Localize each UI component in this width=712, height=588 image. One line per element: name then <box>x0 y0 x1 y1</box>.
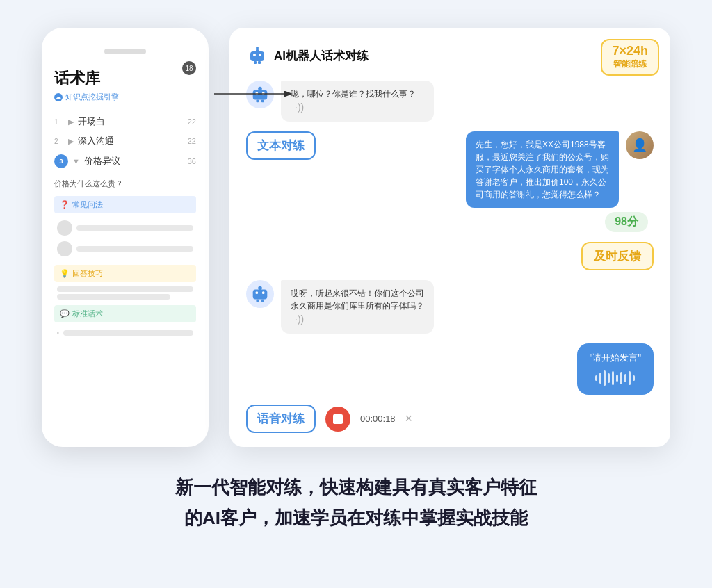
section-icon-standard: 💬 <box>60 309 70 318</box>
section-standard: 💬 标准话术 • <box>54 305 196 338</box>
phone-question: 价格为什么这么贵？ <box>54 179 196 189</box>
svg-point-6 <box>256 47 259 49</box>
robot-avatar-2 <box>246 280 274 308</box>
nav-item-3[interactable]: 3 ▼ 价格异议 36 <box>54 151 196 172</box>
badge-724-line2: 智能陪练 <box>612 58 648 70</box>
svg-rect-17 <box>262 291 265 294</box>
human-area: 👤 先生，您好，我是XX公司1988号客服，最近您关注了我们的公众号，购买了字体… <box>323 131 654 232</box>
wave-bar-10 <box>633 375 635 381</box>
nav-arrow-3: ▼ <box>72 157 80 165</box>
voice-bubble: "请开始发言" <box>577 343 654 395</box>
svg-rect-13 <box>256 100 259 103</box>
record-stop-icon <box>333 414 343 424</box>
wave-bar-8 <box>624 374 626 382</box>
nav-arrow-2: ▶ <box>68 137 74 146</box>
robot-icon-2 <box>250 284 270 304</box>
bottom-line-2: 的AI客户，加速学员在对练中掌握实战技能 <box>175 503 537 533</box>
main-panels: 话术库 ☁ 知识点挖掘引擎 18 1 ▶ 开场白 22 2 ▶ 深入沟通 22 … <box>42 28 670 447</box>
wave-bar-4 <box>608 373 610 383</box>
svg-rect-19 <box>256 300 259 302</box>
wave-bar-1 <box>595 375 597 381</box>
robot-icon-1 <box>250 84 270 105</box>
phone-subtitle: ☁ 知识点挖掘引擎 <box>54 92 196 102</box>
section-common: ❓ 常见问法 <box>54 196 196 259</box>
wave-bar-2 <box>599 373 601 384</box>
bottom-line-1: 新一代智能对练，快速构建具有真实客户特征 <box>175 472 537 503</box>
standard-row: • <box>54 327 196 338</box>
voice-bubble-row: "请开始发言" <box>246 343 654 395</box>
wave-bar-6 <box>616 375 618 382</box>
wave-bar-3 <box>604 370 606 386</box>
section-icon-tips: 💡 <box>60 269 70 278</box>
robot-head-icon <box>246 44 268 67</box>
chat-messages: 嗯，哪位？你是谁？找我什么事？ ·)) 文本对练 👤 先生，您好，我是XX公司1… <box>246 81 654 433</box>
svg-rect-20 <box>261 300 264 302</box>
text-practice-badge: 文本对练 <box>246 131 316 160</box>
avatar-placeholder-1 <box>57 220 72 236</box>
robot-avatar-1 <box>246 81 274 108</box>
svg-rect-18 <box>258 286 262 291</box>
text-practice-row: 文本对练 👤 先生，您好，我是XX公司1988号客服，最近您关注了我们的公众号，… <box>246 131 654 232</box>
voice-close-button[interactable]: × <box>405 411 413 426</box>
svg-rect-3 <box>253 54 256 56</box>
section-row-2 <box>54 238 196 259</box>
chat-mockup: 7×24h 智能陪练 AI机器人话术对练 <box>229 28 670 447</box>
svg-rect-11 <box>262 92 265 95</box>
record-button[interactable] <box>325 407 350 432</box>
waveform <box>590 370 641 386</box>
section-row-1 <box>54 218 196 238</box>
tips-line-2 <box>57 294 170 300</box>
nav-item-1[interactable]: 1 ▶ 开场白 22 <box>54 112 196 131</box>
svg-rect-4 <box>259 54 261 56</box>
phone-mockup: 话术库 ☁ 知识点挖掘引擎 18 1 ▶ 开场白 22 2 ▶ 深入沟通 22 … <box>42 28 209 447</box>
voice-timer: 00:00:18 <box>360 414 396 424</box>
svg-rect-7 <box>254 61 257 64</box>
human-avatar: 👤 <box>626 131 654 159</box>
tips-line-1 <box>57 286 193 292</box>
feedback-row: 及时反馈 <box>246 242 654 270</box>
phone-badge: 18 <box>182 61 196 75</box>
sound-icon-2: ·)) <box>295 313 304 325</box>
badge-724: 7×24h 智能陪练 <box>601 39 659 76</box>
human-bubble-1: 先生，您好，我是XX公司1988号客服，最近您关注了我们的公众号，购买了字体个人… <box>466 131 619 208</box>
svg-rect-10 <box>255 92 258 95</box>
chat-title-text: AI机器人话术对练 <box>274 48 369 64</box>
chat-row-human-1: 👤 先生，您好，我是XX公司1988号客服，最近您关注了我们的公众号，购买了字体… <box>323 131 654 208</box>
voice-practice-label: 语音对练 <box>246 405 316 433</box>
section-icon-common: ❓ <box>60 200 70 209</box>
nav-item-2[interactable]: 2 ▶ 深入沟通 22 <box>54 131 196 151</box>
svg-rect-2 <box>250 51 264 61</box>
standard-line <box>63 330 193 336</box>
nav-arrow-1: ▶ <box>68 117 74 126</box>
active-dot: 3 <box>54 154 68 168</box>
section-header-tips: 💡 回答技巧 <box>54 265 196 282</box>
svg-rect-15 <box>253 289 268 299</box>
phone-header: 话术库 ☁ 知识点挖掘引擎 <box>54 68 196 102</box>
line-2 <box>76 246 193 252</box>
section-header-standard: 💬 标准话术 <box>54 305 196 322</box>
svg-rect-8 <box>258 61 261 64</box>
svg-rect-16 <box>255 291 258 294</box>
voice-controls: 语音对练 00:00:18 × <box>246 405 654 433</box>
chat-row-robot-1: 嗯，哪位？你是谁？找我什么事？ ·)) <box>246 81 654 122</box>
svg-rect-12 <box>258 87 262 91</box>
svg-rect-9 <box>253 90 268 99</box>
subtitle-icon: ☁ <box>54 93 63 101</box>
badge-724-line1: 7×24h <box>612 44 648 58</box>
wave-bar-5 <box>612 371 614 385</box>
phone-title: 话术库 <box>54 68 196 89</box>
svg-rect-14 <box>261 100 264 103</box>
voice-bubble-text: "请开始发言" <box>590 352 641 364</box>
feedback-badge: 及时反馈 <box>581 242 654 270</box>
chat-row-robot-2: 哎呀，听起来很不错！你们这个公司永久商用是你们库里所有的字体吗？ ·)) <box>246 280 654 334</box>
phone-nav-list: 1 ▶ 开场白 22 2 ▶ 深入沟通 22 3 ▼ 价格异议 36 <box>54 112 196 172</box>
wave-bar-7 <box>620 372 622 384</box>
sound-icon-1: ·)) <box>295 101 304 113</box>
line-1 <box>76 225 193 231</box>
chat-title-area: AI机器人话术对练 <box>246 44 369 67</box>
robot-bubble-1: 嗯，哪位？你是谁？找我什么事？ ·)) <box>281 81 434 122</box>
score-badge: 98分 <box>605 212 648 232</box>
robot-bubble-2: 哎呀，听起来很不错！你们这个公司永久商用是你们库里所有的字体吗？ ·)) <box>281 280 434 334</box>
chat-header: AI机器人话术对练 <box>246 44 654 67</box>
bottom-text-area: 新一代智能对练，快速构建具有真实客户特征 的AI客户，加速学员在对练中掌握实战技… <box>175 472 537 533</box>
